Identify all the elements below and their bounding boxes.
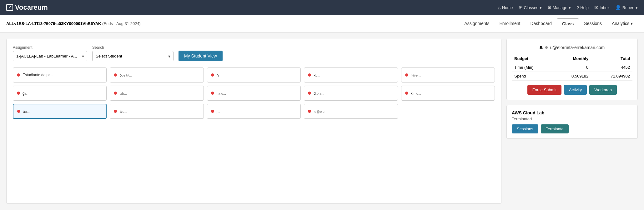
student-name: d — [314, 91, 316, 96]
student-email: be@... — [122, 73, 132, 77]
budget-monthly: 0.509182 — [553, 72, 591, 81]
search-control: Search Select Student — [92, 45, 174, 61]
assignment-select[interactable]: 1-[ACLLA]-Lab - LabLearner - A... — [13, 51, 87, 61]
student-email: i@el... — [411, 73, 421, 77]
tab-enrollment[interactable]: Enrollment — [494, 18, 525, 29]
student-email: a... — [25, 92, 29, 95]
student-card[interactable]: ii@el... — [401, 68, 495, 82]
budget-label: Spend — [512, 72, 553, 81]
force-submit-button[interactable]: Force Submit — [527, 85, 561, 95]
inbox-icon: ✉ — [594, 5, 598, 10]
student-name: g — [23, 91, 25, 96]
student-email: u... — [25, 110, 30, 113]
student-card[interactable]: rs... — [207, 68, 301, 82]
nav-classes[interactable]: ⊞ Classes ▾ — [519, 5, 542, 10]
budget-total: 71.094902 — [591, 72, 632, 81]
col-monthly: Monthly — [553, 54, 591, 63]
tab-analytics[interactable]: Analytics ▾ — [607, 18, 638, 29]
budget-row: Spend0.50918271.094902 — [512, 72, 632, 81]
student-card[interactable]: i.a o... — [207, 86, 301, 101]
aws-status: Terminated — [512, 117, 632, 121]
student-email: .a o... — [217, 92, 226, 95]
help-icon: ? — [576, 5, 579, 10]
nav-help[interactable]: ? Help — [576, 5, 589, 10]
status-dot — [114, 73, 117, 77]
student-card[interactable]: au... — [13, 104, 107, 119]
nav-user[interactable]: 👤 Ruben ▾ — [615, 5, 638, 10]
student-card[interactable]: alo... — [110, 104, 204, 119]
user-info-card: a u@elorrieta-errekamari.com Budget Mont… — [506, 39, 638, 100]
assignment-control: Assignment 1-[ACLLA]-Lab - LabLearner - … — [13, 45, 87, 61]
classes-icon: ⊞ — [519, 5, 523, 10]
brand: ✓ Vocareum — [6, 3, 48, 12]
student-card[interactable]: Estudiante de pr... — [13, 68, 107, 82]
student-card[interactable]: k.mo... — [401, 86, 495, 101]
student-card[interactable]: pbe@... — [110, 68, 204, 82]
student-card[interactable]: ga... — [13, 86, 107, 101]
terminate-button[interactable]: Terminate — [541, 124, 569, 133]
sub-nav: Assignments Enrollment Dashboard Class S… — [459, 18, 638, 29]
student-email: e@elo... — [314, 110, 327, 113]
student-card[interactable]: ie@elo... — [304, 104, 398, 119]
col-budget: Budget — [512, 54, 553, 63]
assignment-select-wrapper: 1-[ACLLA]-Lab - LabLearner - A... — [13, 51, 87, 61]
home-icon: ⌂ — [498, 5, 501, 10]
student-email: lo... — [122, 110, 127, 113]
tab-sessions[interactable]: Sessions — [579, 18, 607, 29]
workarea-button[interactable]: Workarea — [589, 85, 617, 95]
brand-icon: ✓ — [6, 4, 13, 11]
tab-dashboard[interactable]: Dashboard — [525, 18, 557, 29]
user-chevron-icon: ▾ — [636, 5, 638, 10]
student-card[interactable]: d.b a... — [304, 86, 398, 101]
student-grid: Estudiante de pr...pbe@...rs...ko...ii@e… — [13, 68, 495, 119]
nav-manage[interactable]: ⚙ Manage ▾ — [547, 5, 571, 10]
student-email: s... — [218, 73, 223, 77]
sessions-button[interactable]: Sessions — [512, 124, 538, 133]
student-email: o... — [315, 73, 320, 77]
main-content: Assignment 1-[ACLLA]-Lab - LabLearner - … — [0, 32, 644, 210]
status-dot — [211, 73, 214, 77]
status-dot — [114, 110, 117, 113]
status-dot — [211, 92, 214, 95]
nav-inbox[interactable]: ✉ Inbox — [594, 5, 610, 10]
course-title: ALLv1ES-LA-LTI13-75079-a03KY000001VhB6YA… — [6, 21, 459, 26]
user-icon: 👤 — [615, 5, 621, 10]
student-search-select[interactable]: Select Student — [92, 51, 174, 61]
search-label: Search — [92, 45, 174, 50]
student-view-button[interactable]: My Student View — [179, 51, 223, 61]
search-select-wrapper: Select Student — [92, 51, 174, 61]
status-dot — [17, 92, 20, 95]
status-dot — [17, 110, 20, 113]
student-card[interactable]: izb... — [110, 86, 204, 101]
student-email: zb... — [120, 92, 127, 95]
user-dot-separator — [545, 46, 548, 49]
budget-row: Time (Min)04452 — [512, 63, 632, 72]
tab-assignments[interactable]: Assignments — [459, 18, 494, 29]
student-name: Estudiante de pr... — [23, 73, 53, 77]
nav-links: ⌂ Home ⊞ Classes ▾ ⚙ Manage ▾ ? Help ✉ I… — [498, 5, 638, 10]
status-dot — [308, 92, 311, 95]
subbar: ALLv1ES-LA-LTI13-75079-a03KY000001VhB6YA… — [0, 15, 644, 32]
activity-button[interactable]: Activity — [564, 85, 587, 95]
budget-monthly: 0 — [553, 63, 591, 72]
status-dot — [308, 73, 311, 77]
assignment-label: Assignment — [13, 45, 87, 50]
controls-row: Assignment 1-[ACLLA]-Lab - LabLearner - … — [13, 45, 495, 61]
status-dot — [114, 92, 117, 95]
right-panel: a u@elorrieta-errekamari.com Budget Mont… — [506, 39, 638, 204]
status-dot — [17, 73, 20, 77]
student-email: .mo... — [413, 92, 421, 95]
aws-buttons: Sessions Terminate — [512, 124, 632, 133]
left-panel: Assignment 1-[ACLLA]-Lab - LabLearner - … — [6, 39, 501, 204]
col-total: Total — [591, 54, 632, 63]
user-email: u@elorrieta-errekamari.com — [550, 45, 605, 50]
nav-home[interactable]: ⌂ Home — [498, 5, 513, 10]
status-dot — [308, 110, 311, 113]
user-header: a u@elorrieta-errekamari.com — [512, 44, 632, 51]
student-card[interactable]: j... — [207, 104, 301, 119]
aws-title: AWS Cloud Lab — [512, 110, 632, 115]
tab-class[interactable]: Class — [557, 18, 579, 29]
aws-card: AWS Cloud Lab Terminated Sessions Termin… — [506, 105, 638, 139]
user-initial: a — [540, 44, 543, 51]
student-card[interactable]: ko... — [304, 68, 398, 82]
